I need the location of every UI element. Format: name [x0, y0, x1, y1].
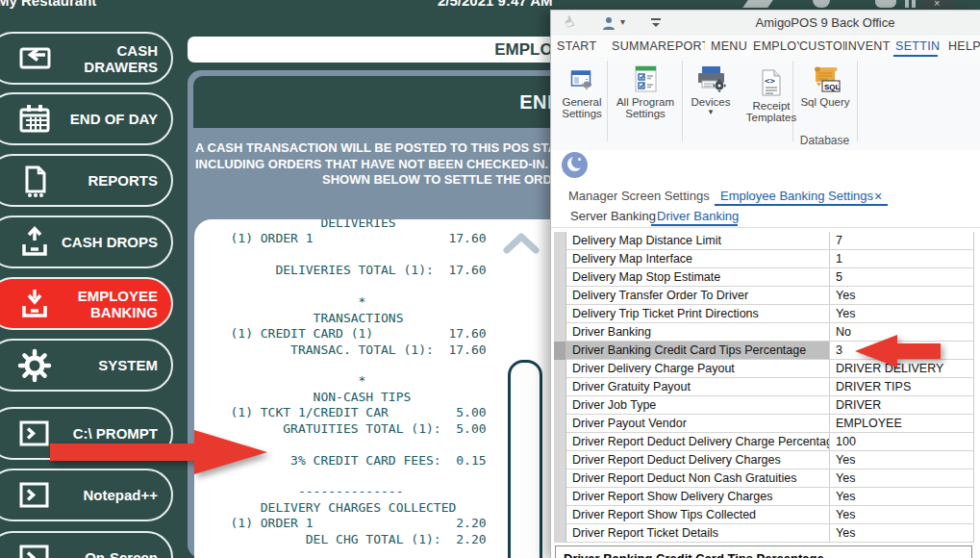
table-row[interactable]: Driver Payout VendorEMPLOYEE	[566, 415, 974, 433]
receipt-line: TRANSACTIONS	[208, 311, 487, 326]
ribbon-tab-help[interactable]: HELP	[948, 36, 980, 57]
receipt-line: (1) ORDER 1 2.20	[208, 516, 487, 531]
datetime-label: 2/5/2021 9:47 AM	[438, 0, 553, 9]
table-row[interactable]: Driver Report Deduct Delivery ChargesYes	[566, 451, 974, 469]
ribbon-toolbar: General Settings All Program Settings	[551, 57, 980, 151]
receipt-line: DELIVERY CHARGES COLLECTED	[208, 500, 487, 516]
group-separator	[682, 61, 683, 141]
red-arrow-right-icon	[48, 427, 271, 479]
brush-icon	[742, 0, 773, 8]
scrollbar-thumb[interactable]	[508, 360, 542, 558]
ribbon-tab-row: START SUMMARY REPORTS MENU EMPLOYEES CUS…	[551, 36, 980, 57]
sidebar-item-cash-drops[interactable]: CASH DROPS	[0, 216, 173, 268]
ribbon-tab-inventory[interactable]: INVENTORY	[844, 36, 891, 57]
window-bar-icon	[912, 0, 916, 8]
ribbon-group-database: Database	[792, 134, 857, 147]
red-arrow-left-icon	[852, 333, 942, 369]
ribbon-tab-menu[interactable]: MENU	[711, 36, 751, 57]
receipt-line: *	[208, 294, 487, 310]
terminal-icon	[17, 541, 52, 558]
sidebar-item-end-of-day[interactable]: END OF DAY	[0, 92, 173, 145]
sidebar-item-label: CASH DROPS	[56, 234, 158, 251]
receipt-line	[208, 279, 487, 294]
theme-moon-icon[interactable]	[562, 152, 588, 178]
chevron-down-icon[interactable]: ▾	[620, 16, 625, 27]
scroll-up-chevron-icon[interactable]	[503, 231, 540, 256]
table-row[interactable]: Driver Gratuity PayoutDRIVER TIPS	[566, 378, 974, 396]
active-sub-tab-underline	[651, 224, 738, 226]
toolbar-button-label: Receipt Templates	[740, 100, 803, 123]
sidebar-item-employee-banking[interactable]: EMPLOYEE BANKING	[0, 277, 173, 330]
general-settings-button[interactable]: General Settings	[557, 62, 607, 119]
table-row[interactable]: Driver Report Show Tips CollectedYes	[566, 506, 974, 524]
table-row[interactable]: Delivery Map Interface1	[566, 250, 974, 268]
toolbar-button-label: Sql Query	[795, 96, 855, 108]
database-icon	[875, 0, 896, 8]
user-icon[interactable]	[601, 15, 616, 31]
table-row[interactable]: Delivery Trip Ticket Print DirectionsYes	[566, 305, 974, 323]
receipt-line: NON-CASH TIPS	[208, 390, 487, 405]
table-row[interactable]: Driver Report Deduct Delivery Charge Per…	[566, 433, 974, 451]
window-bar-icon	[905, 0, 909, 8]
ribbon-tab-start[interactable]: START	[557, 36, 605, 57]
table-row[interactable]: Delivery Map Stop Estimate5	[566, 268, 974, 287]
receipt-line: TRANSAC. TOTAL (1): 17.60	[208, 342, 487, 358]
group-separator	[857, 61, 858, 141]
active-doc-tab-underline	[715, 204, 888, 206]
doc-tab-employee-banking-settings[interactable]: Employee Banking Settings	[720, 189, 873, 203]
table-row[interactable]: Delivery Transfer Order To DriverYes	[566, 287, 974, 305]
selected-row-indicator	[554, 342, 565, 360]
ribbon-tab-reports[interactable]: REPORTS	[658, 36, 705, 57]
sidebar-item-cash-drawers[interactable]: CASH DRAWERS	[0, 32, 173, 85]
sidebar-item-label: SYSTEM	[56, 357, 158, 374]
sql-scroll-icon: SQL	[795, 62, 855, 96]
chevron-down-icon: ▾	[684, 108, 738, 116]
receipt-line: (1) TCKT 1/CREDIT CAR 5.00	[208, 405, 487, 420]
sql-query-button[interactable]: SQL Sql Query	[795, 62, 855, 108]
receipt-line: *	[208, 373, 487, 389]
close-tab-icon[interactable]: ×	[874, 189, 882, 204]
property-description-panel: Driver Banking Credit Card Tips Percenta…	[555, 545, 972, 558]
doc-tab-manager-screen-settings[interactable]: Manager Screen Settings	[568, 189, 710, 203]
devices-button[interactable]: Devices ▾	[684, 62, 738, 116]
quick-access-toolbar-icon[interactable]	[649, 17, 663, 29]
group-separator	[607, 61, 608, 141]
ribbon-tab-settings[interactable]: SETTINGS	[895, 36, 940, 57]
terminal-icon	[17, 417, 52, 451]
sidebar-item-label: On-Screen	[56, 549, 158, 558]
ribbon-tab-customers[interactable]: CUSTOMERS	[799, 36, 844, 57]
table-row[interactable]: Driver Report Deduct Non Cash Gratuities…	[566, 469, 974, 488]
table-row[interactable]: Driver Job TypeDRIVER	[566, 396, 974, 415]
table-row[interactable]: Driver Report Show Delivery ChargesYes	[566, 488, 974, 506]
gear-icon	[17, 348, 52, 383]
receipt-templates-button[interactable]: <> Receipt Templates	[740, 62, 803, 123]
table-row[interactable]: Driver Report Ticket DetailsYes	[566, 524, 974, 543]
sidebar-item-label: Notepad++	[56, 487, 158, 504]
sidebar-item-on-screen[interactable]: On-Screen	[0, 531, 173, 558]
calendar-icon	[17, 102, 52, 137]
receipt-line: --------------	[208, 484, 487, 499]
all-program-settings-button[interactable]: All Program Settings	[609, 62, 682, 119]
ribbon-tab-employees[interactable]: EMPLOYEES	[753, 36, 799, 57]
sidebar-item-reports[interactable]: REPORTS	[0, 154, 173, 207]
ribbon-tab-summary[interactable]: SUMMARY	[612, 36, 658, 57]
sub-tab-driver-banking[interactable]: Driver Banking	[657, 209, 739, 223]
receipt-line: (1) CREDIT CARD (1) 17.60	[208, 326, 487, 342]
printer-icon	[684, 62, 738, 96]
hand-cursor-icon: ☝	[562, 13, 577, 32]
sub-tab-server-banking[interactable]: Server Banking	[570, 209, 656, 223]
general-settings-icon	[557, 62, 607, 96]
receipt-line	[208, 247, 487, 263]
sidebar-item-system[interactable]: SYSTEM	[0, 339, 173, 392]
receipt-line: DEL CHG TOTAL (1): 2.20	[208, 532, 487, 547]
settings-grid: Delivery Map Distance Limit7 Delivery Ma…	[554, 232, 974, 543]
toolbar-button-label: All Program Settings	[609, 96, 682, 119]
table-row[interactable]: Delivery Map Distance Limit7	[566, 232, 974, 250]
row-indicator-column	[554, 232, 566, 543]
program-settings-icon	[609, 62, 682, 96]
cash-drop-icon	[17, 225, 52, 260]
terminal-icon	[17, 478, 52, 513]
window-title: AmigoPOS 9 Back Office	[666, 11, 980, 36]
sidebar-item-label: END OF DAY	[56, 111, 158, 128]
close-icon[interactable]: ×	[921, 0, 954, 9]
